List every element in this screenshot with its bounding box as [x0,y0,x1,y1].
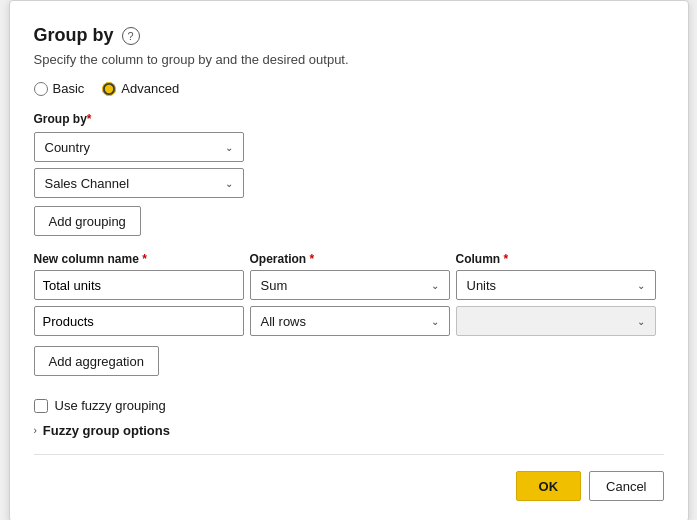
agg-op-dropdown-2[interactable]: All rows ⌄ [250,306,450,336]
dialog-subtitle: Specify the column to group by and the d… [34,52,664,67]
aggregation-headers: New column name * Operation * Column * [34,252,664,266]
country-chevron-icon: ⌄ [225,142,233,153]
radio-basic-label: Basic [53,81,85,96]
radio-basic[interactable]: Basic [34,81,85,96]
fuzzy-group-options-label: Fuzzy group options [43,423,170,438]
group-by-label: Group by* [34,112,664,126]
country-dropdown[interactable]: Country ⌄ [34,132,244,162]
col-header-name: New column name * [34,252,244,266]
agg-col-chevron-1: ⌄ [637,280,645,291]
agg-op-chevron-2: ⌄ [431,316,439,327]
add-aggregation-button[interactable]: Add aggregation [34,346,159,376]
ok-button[interactable]: OK [516,471,582,501]
agg-op-text-2: All rows [261,314,307,329]
agg-op-text-1: Sum [261,278,288,293]
radio-group: Basic Advanced [34,81,664,96]
group-by-section: Group by* Country ⌄ Sales Channel ⌄ [34,112,664,198]
radio-advanced-label: Advanced [121,81,179,96]
agg-op-chevron-1: ⌄ [431,280,439,291]
agg-col-dropdown-1[interactable]: Units ⌄ [456,270,656,300]
fuzzy-group-chevron-icon: › [34,425,37,436]
help-icon[interactable]: ? [122,27,140,45]
country-dropdown-text: Country [45,140,91,155]
col-header-op: Operation * [250,252,450,266]
use-fuzzy-grouping-checkbox[interactable] [34,399,48,413]
dialog-footer: OK Cancel [34,454,664,501]
aggregation-row-2: All rows ⌄ ⌄ [34,306,664,336]
group-by-dialog: Group by ? Specify the column to group b… [9,0,689,520]
sales-channel-chevron-icon: ⌄ [225,178,233,189]
radio-basic-input[interactable] [34,82,48,96]
sales-channel-dropdown[interactable]: Sales Channel ⌄ [34,168,244,198]
sales-channel-dropdown-text: Sales Channel [45,176,130,191]
add-grouping-button[interactable]: Add grouping [34,206,141,236]
cancel-button[interactable]: Cancel [589,471,663,501]
radio-advanced[interactable]: Advanced [102,81,179,96]
fuzzy-grouping-row: Use fuzzy grouping [34,398,664,413]
agg-col-chevron-2: ⌄ [637,316,645,327]
agg-col-text-1: Units [467,278,497,293]
agg-name-input-2[interactable] [34,306,244,336]
radio-advanced-input[interactable] [102,82,116,96]
use-fuzzy-grouping-label: Use fuzzy grouping [55,398,166,413]
agg-col-dropdown-2: ⌄ [456,306,656,336]
title-row: Group by ? [34,25,664,46]
fuzzy-group-options-row[interactable]: › Fuzzy group options [34,423,664,438]
agg-name-input-1[interactable] [34,270,244,300]
aggregation-row-1: Sum ⌄ Units ⌄ [34,270,664,300]
dialog-title: Group by [34,25,114,46]
col-header-col: Column * [456,252,509,266]
agg-op-dropdown-1[interactable]: Sum ⌄ [250,270,450,300]
